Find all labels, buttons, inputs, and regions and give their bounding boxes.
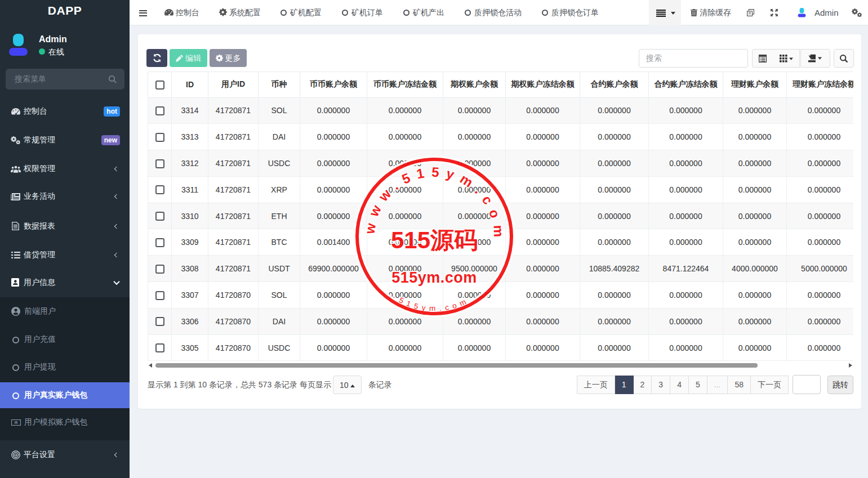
svg-text:515ym.com: 515ym.com	[391, 269, 477, 286]
svg-text:515源码: 515源码	[391, 227, 478, 253]
